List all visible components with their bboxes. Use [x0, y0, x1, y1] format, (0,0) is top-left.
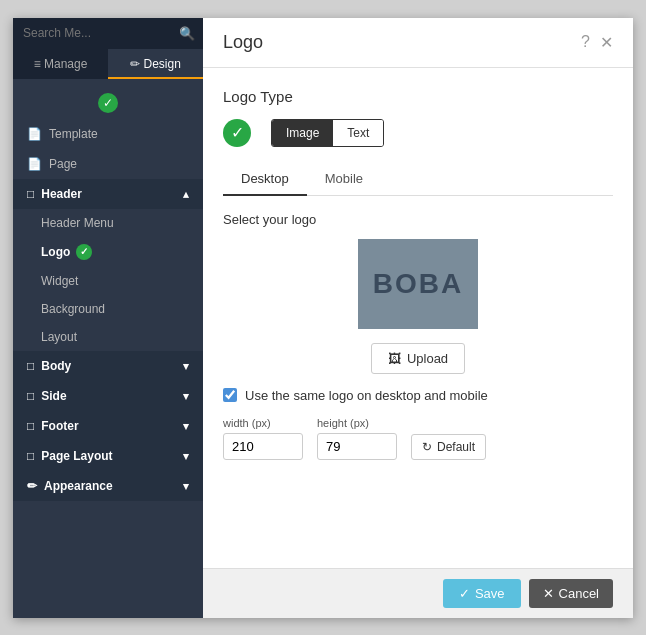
height-group: height (px) — [317, 417, 397, 460]
logo-type-label: Logo Type — [223, 88, 613, 105]
sidebar-item-template-label: Template — [49, 127, 98, 141]
sidebar-section-body[interactable]: □ Body — [13, 351, 203, 381]
sidebar-section-header-label: Header — [41, 187, 82, 201]
page-layout-icon: □ — [27, 449, 34, 463]
save-button[interactable]: ✓ Save — [443, 579, 521, 608]
upload-button[interactable]: 🖼 Upload — [371, 343, 465, 374]
dimensions-row: width (px) height (px) ↻ Default — [223, 417, 613, 460]
sidebar-section-appearance-label: Appearance — [44, 479, 113, 493]
header-section-icon: □ — [27, 187, 34, 201]
side-icon: □ — [27, 389, 34, 403]
sidebar-item-widget-label: Widget — [41, 274, 78, 288]
tab-manage[interactable]: ≡ Manage — [13, 49, 108, 79]
logo-tabs: Desktop Mobile — [223, 163, 613, 196]
logo-type-check-icon: ✓ — [223, 119, 251, 147]
sidebar-section-page-layout[interactable]: □ Page Layout — [13, 441, 203, 471]
tab-desktop[interactable]: Desktop — [223, 163, 307, 196]
body-icon: □ — [27, 359, 34, 373]
sidebar-item-logo[interactable]: Logo ✓ — [13, 237, 203, 267]
manage-icon: ≡ — [34, 57, 41, 71]
same-logo-checkbox[interactable] — [223, 388, 237, 402]
sidebar-section-side[interactable]: □ Side — [13, 381, 203, 411]
modal-actions: ? ✕ — [581, 33, 613, 52]
sidebar-section-footer[interactable]: □ Footer — [13, 411, 203, 441]
sidebar-nav: ✓ 📄 Template 📄 Page □ Header Header Menu — [13, 79, 203, 618]
logo-type-row: ✓ Image Text — [223, 119, 613, 147]
logo-type-text-button[interactable]: Text — [333, 120, 383, 146]
tab-manage-label: Manage — [44, 57, 87, 71]
sidebar-tabs: ≡ Manage ✏ Design — [13, 49, 203, 79]
tab-mobile[interactable]: Mobile — [307, 163, 381, 196]
default-button[interactable]: ↻ Default — [411, 434, 486, 460]
sidebar-item-background[interactable]: Background — [13, 295, 203, 323]
search-input[interactable] — [23, 26, 173, 40]
sidebar-section-footer-label: Footer — [41, 419, 78, 433]
width-label: width (px) — [223, 417, 303, 429]
logo-check-icon: ✓ — [76, 244, 92, 260]
main-content: Logo ? ✕ Logo Type ✓ Image Text Desktop … — [203, 18, 633, 618]
sidebar-section-header[interactable]: □ Header — [13, 179, 203, 209]
cancel-button-label: Cancel — [559, 586, 599, 601]
modal-header: Logo ? ✕ — [203, 18, 633, 68]
logo-type-button-group: Image Text — [271, 119, 384, 147]
sidebar-item-layout[interactable]: Layout — [13, 323, 203, 351]
modal-footer: ✓ Save ✕ Cancel — [203, 568, 633, 618]
sidebar-section-body-label: Body — [41, 359, 71, 373]
logo-preview: BOBA — [358, 239, 478, 329]
modal-title: Logo — [223, 32, 263, 53]
width-input[interactable] — [223, 433, 303, 460]
body-chevron-down-icon — [183, 359, 189, 373]
select-logo-label: Select your logo — [223, 212, 613, 227]
tab-design-label: Design — [143, 57, 180, 71]
logo-preview-text: BOBA — [373, 268, 463, 300]
sidebar-item-background-label: Background — [41, 302, 105, 316]
sidebar-item-header-menu-label: Header Menu — [41, 216, 114, 230]
height-input[interactable] — [317, 433, 397, 460]
logo-type-image-button[interactable]: Image — [272, 120, 333, 146]
footer-icon: □ — [27, 419, 34, 433]
appearance-icon: ✏ — [27, 479, 37, 493]
height-label: height (px) — [317, 417, 397, 429]
page-icon: 📄 — [27, 157, 42, 171]
nav-check-top: ✓ — [98, 93, 118, 113]
cancel-button[interactable]: ✕ Cancel — [529, 579, 613, 608]
appearance-chevron-down-icon — [183, 479, 189, 493]
tab-design[interactable]: ✏ Design — [108, 49, 203, 79]
width-group: width (px) — [223, 417, 303, 460]
modal-body: Logo Type ✓ Image Text Desktop Mobile Se… — [203, 68, 633, 568]
template-icon: 📄 — [27, 127, 42, 141]
sidebar-item-layout-label: Layout — [41, 330, 77, 344]
sidebar-item-header-menu[interactable]: Header Menu — [13, 209, 203, 237]
page-layout-chevron-down-icon — [183, 449, 189, 463]
side-chevron-down-icon — [183, 389, 189, 403]
default-button-label: Default — [437, 440, 475, 454]
sidebar-section-appearance[interactable]: ✏ Appearance — [13, 471, 203, 501]
sidebar-item-page-label: Page — [49, 157, 77, 171]
sidebar-search[interactable]: 🔍 — [13, 18, 203, 49]
sidebar-item-template[interactable]: 📄 Template — [13, 119, 203, 149]
sidebar: 🔍 ≡ Manage ✏ Design ✓ 📄 Template 📄 — [13, 18, 203, 618]
same-logo-label: Use the same logo on desktop and mobile — [245, 388, 488, 403]
sidebar-section-page-layout-label: Page Layout — [41, 449, 112, 463]
sidebar-item-page[interactable]: 📄 Page — [13, 149, 203, 179]
same-logo-row: Use the same logo on desktop and mobile — [223, 388, 613, 403]
upload-icon: 🖼 — [388, 351, 401, 366]
design-icon: ✏ — [130, 57, 140, 71]
footer-chevron-down-icon — [183, 419, 189, 433]
chevron-up-icon — [183, 187, 189, 201]
cancel-x-icon: ✕ — [543, 586, 554, 601]
upload-button-label: Upload — [407, 351, 448, 366]
refresh-icon: ↻ — [422, 440, 432, 454]
save-button-label: Save — [475, 586, 505, 601]
sidebar-section-side-label: Side — [41, 389, 66, 403]
help-button[interactable]: ? — [581, 33, 590, 51]
save-check-icon: ✓ — [459, 586, 470, 601]
close-button[interactable]: ✕ — [600, 33, 613, 52]
sidebar-item-widget[interactable]: Widget — [13, 267, 203, 295]
sidebar-item-logo-label: Logo — [41, 245, 70, 259]
search-icon: 🔍 — [179, 26, 195, 41]
